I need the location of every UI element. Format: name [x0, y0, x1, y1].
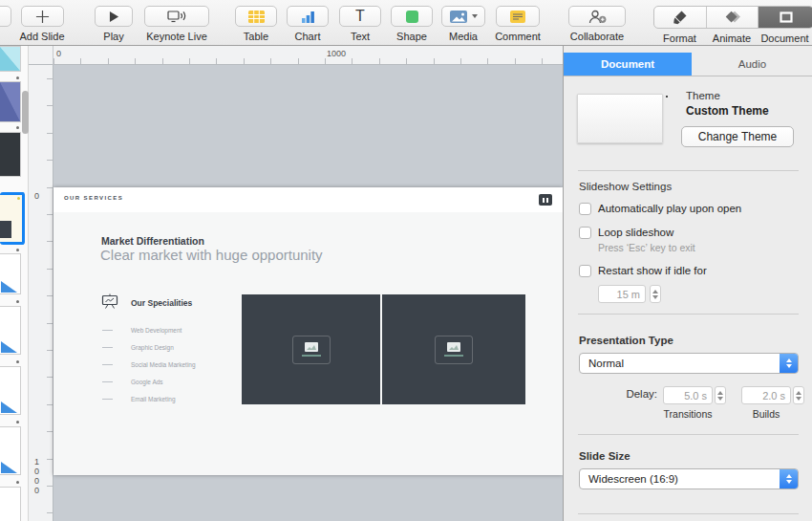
- tab-document[interactable]: Document: [564, 53, 692, 76]
- animate-button[interactable]: [707, 7, 759, 28]
- paintbrush-icon: [673, 10, 688, 25]
- slide-canvas[interactable]: OUR SERVICES Market Differentiation Clea…: [53, 65, 563, 521]
- thumbnail-triangle: [1, 402, 17, 413]
- slide-indicator-dot: [16, 360, 19, 363]
- slide-subtitle[interactable]: Clear market with huge opportunity: [100, 247, 323, 263]
- document-button[interactable]: [759, 7, 812, 28]
- speciality-label: Graphic Design: [131, 344, 174, 351]
- popup-arrows-icon: [780, 354, 798, 373]
- checkbox-restart-idle[interactable]: [579, 265, 591, 277]
- slide-media-badge[interactable]: [539, 194, 552, 206]
- image-placeholder-1[interactable]: [242, 294, 380, 404]
- builds-delay-stepper[interactable]: [793, 386, 804, 404]
- change-theme-button[interactable]: Change Theme: [681, 126, 794, 147]
- navigator-scrollbar[interactable]: [22, 91, 29, 134]
- format-button[interactable]: [654, 7, 707, 28]
- keynote-live-button[interactable]: Keynote Live: [141, 6, 212, 42]
- slide-eyebrow-text[interactable]: OUR SERVICES: [64, 195, 123, 201]
- add-slide-button[interactable]: Add Slide: [13, 6, 71, 42]
- collaborate-label: Collaborate: [566, 31, 629, 42]
- ruler-label-0: 0: [56, 49, 61, 58]
- document-icon: [780, 11, 793, 23]
- tab-audio[interactable]: Audio: [692, 53, 812, 76]
- presentation-type-value: Normal: [588, 358, 624, 369]
- checkbox-loop-slideshow[interactable]: [579, 227, 591, 239]
- thumbnail-triangle: [1, 341, 17, 353]
- slide-thumbnail-7[interactable]: [0, 366, 21, 415]
- slide-indicator-dot: [16, 126, 19, 129]
- checkbox-auto-play-label: Automatically play upon open: [598, 203, 741, 214]
- speciality-item[interactable]: Social Media Marketing: [102, 361, 196, 368]
- comment-label: Comment: [490, 31, 545, 42]
- media-button[interactable]: Media: [438, 6, 489, 42]
- tab-audio-label: Audio: [738, 58, 766, 70]
- shape-button[interactable]: Shape: [386, 6, 438, 42]
- idle-time-field[interactable]: 15 m: [598, 285, 646, 303]
- collaborate-icon: [587, 10, 608, 24]
- speciality-item[interactable]: Web Development: [102, 327, 182, 334]
- grid-dots-icon: [543, 198, 548, 203]
- section-divider: [578, 513, 799, 514]
- speciality-label: Web Development: [131, 327, 182, 334]
- speciality-item[interactable]: Email Marketing: [102, 396, 176, 402]
- slide-thumbnail-8[interactable]: [0, 426, 21, 475]
- dash-icon: [102, 347, 113, 348]
- toolbar: Add Slide Play Keynote Live: [0, 0, 812, 46]
- slide-thumbnail-2[interactable]: [0, 81, 21, 122]
- text-button[interactable]: T Text: [334, 6, 386, 42]
- slideshow-settings-title: Slideshow Settings: [579, 181, 672, 192]
- play-button[interactable]: Play: [88, 6, 139, 42]
- collaborate-button[interactable]: Collaborate: [566, 6, 629, 42]
- dash-icon: [102, 381, 113, 382]
- presentation-type-title: Presentation Type: [579, 335, 673, 346]
- thumbnail-triangle: [1, 462, 17, 473]
- builds-delay-field[interactable]: 2.0 s: [741, 386, 791, 404]
- add-slide-label: Add Slide: [13, 31, 71, 42]
- missing-image-icon: [292, 336, 331, 364]
- slide-thumbnail-5[interactable]: [0, 253, 21, 294]
- image-placeholder-2[interactable]: [382, 294, 525, 404]
- slide-indicator-dot: [16, 421, 19, 423]
- slide-title[interactable]: Market Differentiation: [101, 235, 204, 247]
- slide-thumbnail-4-selected[interactable]: [0, 192, 25, 245]
- shape-icon: [406, 11, 418, 23]
- document-inspector: Document Audio Theme Custom Theme Change…: [563, 46, 812, 521]
- view-button-partial[interactable]: [0, 6, 11, 27]
- speciality-item[interactable]: Graphic Design: [102, 344, 174, 351]
- transitions-label: Transitions: [652, 408, 724, 420]
- checkbox-auto-play[interactable]: [579, 203, 591, 215]
- table-button[interactable]: Table: [229, 6, 283, 42]
- presentation-board-icon: [101, 293, 118, 309]
- slide-thumbnail-1[interactable]: [0, 46, 21, 72]
- table-label: Table: [229, 31, 283, 42]
- placeholder-caption-line: [302, 355, 321, 357]
- slide-size-dropdown[interactable]: Widescreen (16:9): [579, 468, 799, 489]
- slide-thumbnail-9[interactable]: [0, 487, 21, 521]
- idle-time-stepper[interactable]: [650, 285, 661, 303]
- transitions-delay-stepper[interactable]: [715, 386, 726, 404]
- chart-button[interactable]: Chart: [282, 6, 333, 42]
- slide-thumbnail-6[interactable]: [0, 306, 21, 355]
- presentation-type-dropdown[interactable]: Normal: [579, 353, 799, 374]
- text-icon: T: [355, 9, 365, 24]
- slide-thumbnail-3[interactable]: [0, 132, 21, 177]
- inspector-segmented-control: Format Animate Document: [653, 6, 812, 38]
- speciality-item[interactable]: Google Ads: [102, 379, 163, 385]
- transitions-delay-field[interactable]: 5.0 s: [663, 386, 713, 404]
- theme-thumbnail[interactable]: [577, 94, 663, 143]
- text-label: Text: [334, 31, 386, 42]
- ruler-ticks: [53, 58, 563, 64]
- comment-button[interactable]: Comment: [490, 6, 545, 42]
- animate-label: Animate: [706, 33, 758, 44]
- current-slide[interactable]: OUR SERVICES Market Differentiation Clea…: [53, 187, 563, 475]
- ruler-label-0: 0: [34, 191, 39, 201]
- media-icon: [450, 11, 467, 23]
- vertical-ruler: 0 1000: [29, 65, 53, 521]
- plus-icon: [35, 10, 50, 24]
- dash-icon: [102, 399, 113, 400]
- theme-name: Custom Theme: [686, 104, 769, 118]
- section-divider: [578, 434, 799, 435]
- play-icon: [109, 11, 119, 23]
- specialities-title[interactable]: Our Specialities: [131, 298, 192, 308]
- slide-indicator-dot: [16, 76, 19, 79]
